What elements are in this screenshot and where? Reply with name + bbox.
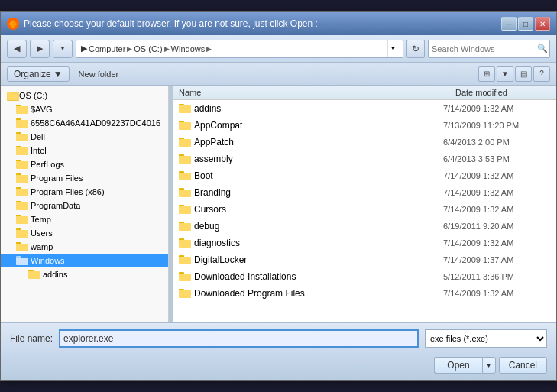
tree-item-programdata[interactable]: ProgramData bbox=[1, 199, 168, 212]
forward-button[interactable]: ▶ bbox=[30, 40, 50, 58]
svg-rect-54 bbox=[179, 290, 191, 298]
file-row[interactable]: Downloaded Installations5/12/2011 3:36 P… bbox=[173, 268, 556, 285]
open-button-group: Open ▼ bbox=[434, 357, 495, 374]
svg-rect-48 bbox=[179, 240, 191, 248]
tree-item-program-files--x86-[interactable]: Program Files (x86) bbox=[1, 185, 168, 199]
tree-item-users[interactable]: Users bbox=[1, 226, 168, 240]
new-folder-button[interactable]: New folder bbox=[76, 68, 122, 80]
tree-item-wamp[interactable]: wamp bbox=[1, 240, 168, 254]
file-name-label: diagnostics bbox=[194, 238, 240, 248]
svg-rect-28 bbox=[16, 258, 28, 265]
navigation-toolbar: ◀ ▶ ▼ ▶ Computer ▶ OS (C:) ▶ Windows ▶ ▼… bbox=[1, 35, 556, 63]
filetype-select[interactable]: exe files (*.exe) bbox=[425, 329, 547, 348]
file-row[interactable]: DigitalLocker7/14/2009 1:37 AM bbox=[173, 251, 556, 268]
organize-button[interactable]: Organize ▼ bbox=[7, 66, 70, 82]
column-date[interactable]: Date modified bbox=[449, 86, 556, 99]
file-row[interactable]: diagnostics7/14/2009 1:32 AM bbox=[173, 235, 556, 251]
file-row[interactable]: Boot7/14/2009 1:32 AM bbox=[173, 167, 556, 184]
tree-item-addins[interactable]: addins bbox=[1, 267, 168, 281]
folder-icon bbox=[16, 241, 28, 252]
folder-icon bbox=[16, 200, 28, 211]
tree-item-windows[interactable]: Windows bbox=[1, 254, 168, 267]
file-row[interactable]: assembly6/4/2013 3:53 PM bbox=[173, 151, 556, 167]
file-name-cell: Boot bbox=[179, 170, 443, 181]
tree-item-drive[interactable]: OS (C:) bbox=[1, 89, 168, 102]
file-folder-icon bbox=[179, 154, 191, 164]
svg-rect-36 bbox=[179, 139, 191, 147]
file-name-cell: addins bbox=[179, 103, 443, 114]
help-button[interactable]: ? bbox=[533, 66, 550, 82]
search-icon[interactable]: 🔍 bbox=[537, 44, 548, 53]
svg-rect-18 bbox=[16, 189, 28, 196]
refresh-button[interactable]: ↻ bbox=[406, 40, 425, 58]
file-row[interactable]: AppPatch6/4/2013 2:00 PM bbox=[173, 134, 556, 151]
tree-label: Temp bbox=[31, 215, 51, 224]
file-row[interactable]: Branding7/14/2009 1:32 AM bbox=[173, 184, 556, 201]
breadcrumb-arrow3: ▶ bbox=[206, 45, 212, 53]
tree-item--avg[interactable]: $AVG bbox=[1, 102, 168, 116]
open-button[interactable]: Open bbox=[434, 357, 481, 374]
tree-label: $AVG bbox=[31, 105, 53, 114]
view-button-3[interactable]: ▤ bbox=[515, 66, 532, 82]
file-row[interactable]: AppCompat7/13/2009 11:20 PM bbox=[173, 117, 556, 134]
cancel-button[interactable]: Cancel bbox=[499, 357, 547, 374]
tree-item-temp[interactable]: Temp bbox=[1, 212, 168, 226]
close-button[interactable]: ✕ bbox=[535, 17, 550, 31]
file-row[interactable]: Cursors7/14/2009 1:32 AM bbox=[173, 201, 556, 218]
back-button[interactable]: ◀ bbox=[7, 40, 27, 58]
file-row[interactable]: Downloaded Program Files7/14/2009 1:32 A… bbox=[173, 285, 556, 302]
svg-rect-12 bbox=[16, 147, 28, 155]
folder-icon bbox=[28, 269, 40, 280]
file-name-cell: AppCompat bbox=[179, 120, 443, 131]
file-date-cell: 7/14/2009 1:32 AM bbox=[443, 289, 550, 298]
title-bar-left: 🔶 Please choose your default browser. If… bbox=[7, 18, 318, 30]
tree-item-intel[interactable]: Intel bbox=[1, 144, 168, 157]
svg-rect-14 bbox=[16, 161, 28, 169]
filename-input[interactable] bbox=[59, 329, 419, 348]
file-row[interactable]: debug6/19/2011 9:20 AM bbox=[173, 218, 556, 235]
file-date-cell: 7/13/2009 11:20 PM bbox=[443, 121, 550, 130]
tree-item-perflogs[interactable]: PerfLogs bbox=[1, 157, 168, 171]
file-date-cell: 6/4/2013 2:00 PM bbox=[443, 138, 550, 147]
svg-rect-20 bbox=[16, 202, 28, 210]
search-input[interactable] bbox=[432, 44, 537, 53]
search-box[interactable]: 🔍 bbox=[428, 40, 550, 58]
dialog-window: 🔶 Please choose your default browser. If… bbox=[0, 11, 557, 381]
file-date-cell: 7/14/2009 1:32 AM bbox=[443, 238, 550, 248]
svg-rect-32 bbox=[179, 105, 191, 113]
file-row[interactable]: addins7/14/2009 1:32 AM bbox=[173, 100, 556, 117]
tree-label: wamp bbox=[31, 242, 53, 251]
tree-label-drive: OS (C:) bbox=[19, 91, 47, 100]
main-content: OS (C:) $AVG6558C6A46A41AD092237DC4016De… bbox=[1, 86, 556, 322]
filename-label: File name: bbox=[10, 333, 53, 344]
filename-bar: File name: exe files (*.exe) bbox=[1, 322, 556, 354]
svg-rect-16 bbox=[16, 175, 28, 183]
minimize-button[interactable]: ─ bbox=[501, 17, 517, 31]
view-button-2[interactable]: ▼ bbox=[497, 66, 513, 82]
tree-label: Windows bbox=[31, 256, 65, 265]
recent-button[interactable]: ▼ bbox=[53, 40, 73, 58]
open-dropdown-button[interactable]: ▼ bbox=[482, 357, 496, 374]
file-name-label: assembly bbox=[194, 154, 233, 164]
tree-item-6558c6a46a41ad092237dc4016[interactable]: 6558C6A46A41AD092237DC4016 bbox=[1, 116, 168, 130]
breadcrumb-label-windows: Windows bbox=[171, 44, 206, 53]
breadcrumb-arrow2: ▶ bbox=[164, 45, 170, 53]
tree-label: ProgramData bbox=[31, 201, 80, 210]
tree-item-program-files[interactable]: Program Files bbox=[1, 171, 168, 185]
maximize-button[interactable]: □ bbox=[518, 17, 533, 31]
file-folder-icon bbox=[179, 187, 191, 198]
file-date-cell: 7/14/2009 1:32 AM bbox=[443, 171, 550, 180]
file-date-cell: 6/19/2011 9:20 AM bbox=[443, 222, 550, 231]
view-button-1[interactable]: ⊞ bbox=[478, 66, 495, 82]
right-pane: Name Date modified addins7/14/2009 1:32 … bbox=[173, 86, 556, 322]
tree-label: addins bbox=[43, 270, 67, 279]
svg-rect-40 bbox=[179, 173, 191, 180]
tree-item-dell[interactable]: Dell bbox=[1, 130, 168, 144]
column-name[interactable]: Name bbox=[173, 86, 449, 99]
view-controls: ⊞ ▼ ▤ ? bbox=[478, 66, 550, 82]
address-bar[interactable]: ▶ Computer ▶ OS (C:) ▶ Windows ▶ ▼ bbox=[76, 40, 403, 58]
file-folder-icon bbox=[179, 120, 191, 131]
breadcrumb-computer: ▶ bbox=[81, 44, 87, 53]
address-dropdown-button[interactable]: ▼ bbox=[387, 40, 398, 57]
folder-icon bbox=[16, 104, 28, 115]
